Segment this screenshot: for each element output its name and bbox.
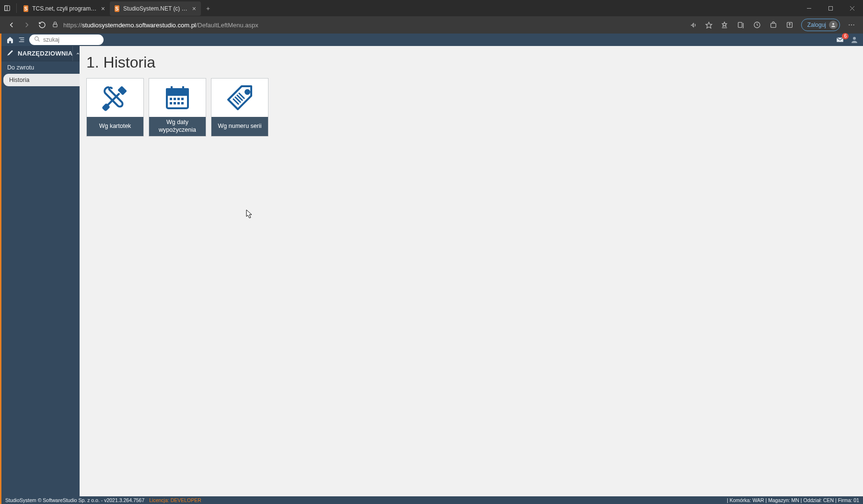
favorites-star-icon[interactable] [701,18,717,32]
svg-rect-38 [174,102,176,104]
url-text: https://studiosystemdemo.softwarestudio.… [63,22,258,29]
sidebar-item-historia[interactable]: Historia [3,74,80,86]
chevron-up-icon[interactable] [72,46,80,61]
tab-title: StudioSystem.NET (c) SoftwareSt… [123,5,188,12]
svg-rect-5 [829,6,833,10]
search-box[interactable] [29,34,104,45]
login-label: Zaloguj [807,22,826,28]
svg-point-24 [35,37,39,41]
svg-rect-1 [5,6,7,11]
tab-close-icon[interactable]: × [101,5,105,12]
collections-icon[interactable] [733,18,748,32]
tile-list: Wg kartotek Wg daty wypożyczenia [86,78,855,137]
search-input[interactable] [43,36,99,43]
svg-rect-37 [170,102,172,104]
page-title: 1. Historia [86,54,855,71]
svg-rect-33 [170,98,172,100]
browser-tab-1[interactable]: S StudioSystem.NET (c) SoftwareSt… × [110,1,201,16]
svg-point-20 [853,24,854,25]
address-url[interactable]: https://studiosystemdemo.softwarestudio.… [50,21,686,29]
tile-wg-numeru-serii[interactable]: Wg numeru serii [211,78,268,137]
tools-cross-icon [87,79,143,117]
svg-rect-36 [181,98,184,100]
nav-refresh-button[interactable] [35,18,50,32]
status-left: StudioSystem © SoftwareStudio Sp. z o.o.… [5,497,144,503]
browser-address-bar: https://studiosystemdemo.softwarestudio.… [0,16,863,34]
tools-icon [6,49,14,58]
svg-rect-8 [53,24,57,27]
sidebar-title-label: NARZĘDZIOWNIA [18,50,72,57]
svg-rect-39 [177,102,180,104]
svg-rect-14 [770,23,776,28]
history-icon[interactable] [749,18,765,32]
svg-line-25 [38,40,39,41]
tabs-overview-icon[interactable] [0,5,14,11]
app-body: NARZĘDZIOWNIA Do zwrotu Historia 1. Hist… [0,46,863,496]
home-icon[interactable] [4,34,16,46]
mail-icon[interactable]: 6 [834,34,846,46]
svg-marker-9 [706,22,712,28]
cursor-icon [246,209,253,219]
window-close-button[interactable] [841,0,863,16]
sidebar-item-do-zwrotu[interactable]: Do zwrotu [1,61,80,74]
browser-login-button[interactable]: Zaloguj [801,19,840,31]
avatar-icon [829,21,838,29]
favorites-list-icon[interactable] [717,18,732,32]
browser-tab-0[interactable]: S TCS.net, czyli program w narzęd… × [19,1,110,16]
extensions-icon[interactable] [766,18,781,32]
svg-point-41 [245,90,249,94]
user-icon[interactable] [849,34,860,46]
status-right: | Komórka: WAR | Magazyn: MN | Oddział: … [727,497,859,503]
svg-rect-28 [103,104,109,111]
tab-favicon: S [115,5,119,12]
browser-titlebar: S TCS.net, czyli program w narzęd… × S S… [0,0,863,16]
read-aloud-icon[interactable] [686,18,701,32]
share-icon[interactable] [782,18,797,32]
svg-point-19 [851,24,852,25]
svg-point-18 [849,24,850,25]
menu-toggle-icon[interactable] [16,34,27,46]
search-icon [34,35,40,44]
lock-icon [52,21,58,29]
window-maximize-button[interactable] [820,0,841,16]
tile-wg-daty[interactable]: Wg daty wypożyczenia [149,78,206,137]
sidebar: NARZĘDZIOWNIA Do zwrotu Historia [1,46,80,496]
tile-label: Wg numeru serii [211,117,268,136]
svg-marker-10 [722,22,726,26]
more-menu-icon[interactable] [844,18,859,32]
tab-favicon: S [23,5,28,12]
tab-title: TCS.net, czyli program w narzęd… [32,5,97,12]
svg-rect-35 [177,98,180,100]
svg-point-26 [853,37,856,40]
mail-count-badge: 6 [842,33,849,39]
calendar-icon [149,79,206,117]
sidebar-title[interactable]: NARZĘDZIOWNIA [1,46,80,61]
svg-rect-12 [738,23,742,28]
window-minimize-button[interactable] [798,0,820,16]
svg-point-17 [832,23,834,25]
content-area: 1. Historia Wg kartotek [80,46,863,496]
svg-rect-30 [167,89,188,95]
app-header: 6 [0,34,863,46]
nav-forward-button[interactable] [19,18,35,32]
status-bar: StudioSystem © SoftwareStudio Sp. z o.o.… [0,496,863,504]
new-tab-button[interactable] [201,1,215,16]
price-tag-icon [211,79,268,117]
tab-close-icon[interactable]: × [192,5,196,12]
nav-back-button[interactable] [4,18,19,32]
svg-rect-34 [174,98,176,100]
svg-rect-40 [181,102,184,104]
tile-label: Wg daty wypożyczenia [149,117,206,136]
tile-wg-kartotek[interactable]: Wg kartotek [86,78,144,137]
status-license: Licencja: DEVELOPER [149,497,201,503]
tile-label: Wg kartotek [87,117,143,136]
